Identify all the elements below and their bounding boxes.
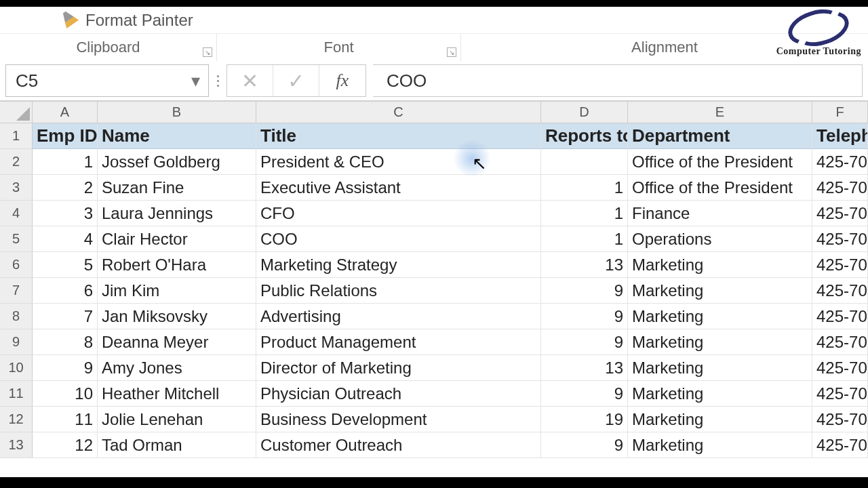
dialog-launcher-icon[interactable]: ↘ [203, 47, 212, 57]
cell[interactable]: Operations [628, 226, 812, 252]
cell[interactable]: 9 [541, 278, 628, 304]
dialog-launcher-icon[interactable]: ↘ [447, 47, 456, 57]
cell[interactable]: Emp ID [33, 123, 98, 149]
cell[interactable]: 9 [33, 355, 98, 381]
cell[interactable] [541, 149, 628, 175]
cell[interactable]: Name [98, 123, 256, 149]
cell[interactable]: Jossef Goldberg [98, 149, 256, 175]
cell[interactable]: Business Development [256, 407, 541, 432]
cell[interactable]: 425-70 [812, 432, 868, 458]
name-box[interactable]: C5 ▾ [5, 64, 209, 97]
cell[interactable]: 11 [33, 407, 98, 432]
cell[interactable]: CFO [256, 201, 541, 226]
column-header[interactable]: F [812, 102, 868, 123]
cell[interactable]: Product Management [256, 329, 541, 355]
cell[interactable]: Advertising [256, 304, 541, 329]
cell[interactable]: 4 [33, 226, 98, 252]
cell[interactable]: 3 [33, 201, 98, 226]
cell[interactable]: Suzan Fine [98, 175, 256, 201]
split-handle-icon[interactable] [216, 75, 220, 87]
cell[interactable]: 425-70 [812, 304, 868, 329]
chevron-down-icon[interactable]: ▾ [185, 68, 205, 94]
cell[interactable]: 1 [541, 226, 628, 252]
column-header[interactable]: A [33, 102, 98, 123]
cell[interactable]: Department [628, 123, 812, 149]
row-header[interactable]: 5 [0, 226, 33, 252]
row-header[interactable]: 4 [0, 201, 33, 226]
cell[interactable]: Marketing [628, 381, 812, 407]
cell[interactable]: 425-70 [812, 278, 868, 304]
cancel-icon[interactable]: ✕ [227, 65, 273, 96]
row-header[interactable]: 10 [0, 355, 33, 381]
cell[interactable]: Marketing [628, 407, 812, 432]
cell[interactable]: Executive Assistant [256, 175, 541, 201]
row-header[interactable]: 8 [0, 304, 33, 329]
cell[interactable]: 9 [541, 432, 628, 458]
cell[interactable]: Marketing [628, 329, 812, 355]
column-header[interactable]: C [256, 102, 541, 123]
cell[interactable]: 13 [541, 355, 628, 381]
row-header[interactable]: 1 [0, 123, 33, 149]
row-header[interactable]: 13 [0, 432, 33, 458]
row-header[interactable]: 7 [0, 278, 33, 304]
cell[interactable]: Marketing Strategy [256, 252, 541, 278]
cell[interactable]: 12 [33, 432, 98, 458]
cell[interactable]: 9 [541, 329, 628, 355]
cell[interactable]: Reports to [541, 123, 628, 149]
cell[interactable]: Jan Miksovsky [98, 304, 256, 329]
cell[interactable]: 7 [33, 304, 98, 329]
cell[interactable]: 1 [541, 201, 628, 226]
cell[interactable]: 9 [541, 381, 628, 407]
cell[interactable]: 1 [33, 149, 98, 175]
cell[interactable]: Clair Hector [98, 226, 256, 252]
cell[interactable]: COO [256, 226, 541, 252]
cell[interactable]: Office of the President [628, 149, 812, 175]
cell[interactable]: 425-70 [812, 201, 868, 226]
cell[interactable]: Title [256, 123, 541, 149]
formula-input[interactable]: COO [373, 64, 863, 97]
cell[interactable]: 10 [33, 381, 98, 407]
row-header[interactable]: 6 [0, 252, 33, 278]
cell[interactable]: Marketing [628, 355, 812, 381]
cell[interactable]: Office of the President [628, 175, 812, 201]
cell[interactable]: Director of Marketing [256, 355, 541, 381]
cell[interactable]: President & CEO [256, 149, 541, 175]
cell[interactable]: Deanna Meyer [98, 329, 256, 355]
cell[interactable]: 425-70 [812, 355, 868, 381]
fx-icon[interactable]: fx [319, 65, 366, 96]
row-header[interactable]: 2 [0, 149, 33, 175]
cell[interactable]: 425-70 [812, 226, 868, 252]
cell[interactable]: Physician Outreach [256, 381, 541, 407]
cell[interactable]: Customer Outreach [256, 432, 541, 458]
cell[interactable]: Jim Kim [98, 278, 256, 304]
cell[interactable]: 5 [33, 252, 98, 278]
cell[interactable]: Jolie Lenehan [98, 407, 256, 432]
enter-icon[interactable]: ✓ [273, 65, 319, 96]
cell[interactable]: Heather Mitchell [98, 381, 256, 407]
cell[interactable]: Teleph [812, 123, 868, 149]
cell[interactable]: 8 [33, 329, 98, 355]
cell[interactable]: Amy Jones [98, 355, 256, 381]
cell[interactable]: 1 [541, 175, 628, 201]
row-header[interactable]: 9 [0, 329, 33, 355]
cell[interactable]: Marketing [628, 278, 812, 304]
select-all-corner[interactable] [0, 102, 33, 123]
cell[interactable]: Tad Orman [98, 432, 256, 458]
cell[interactable]: 13 [541, 252, 628, 278]
cell[interactable]: 425-70 [812, 381, 868, 407]
cell[interactable]: Finance [628, 201, 812, 226]
cell[interactable]: Laura Jennings [98, 201, 256, 226]
spreadsheet-grid[interactable]: A B C D E F 1 Emp ID Name Title Reports … [0, 102, 868, 458]
row-header[interactable]: 12 [0, 407, 33, 432]
cell[interactable]: Public Relations [256, 278, 541, 304]
cell[interactable]: 425-70 [812, 175, 868, 201]
cell[interactable]: Marketing [628, 432, 812, 458]
column-header[interactable]: E [628, 102, 812, 123]
cell[interactable]: 425-70 [812, 149, 868, 175]
row-header[interactable]: 11 [0, 381, 33, 407]
column-header[interactable]: D [541, 102, 628, 123]
format-painter-button[interactable]: Format Painter [85, 11, 193, 30]
column-header[interactable]: B [98, 102, 256, 123]
cell[interactable]: Marketing [628, 252, 812, 278]
cell[interactable]: 2 [33, 175, 98, 201]
